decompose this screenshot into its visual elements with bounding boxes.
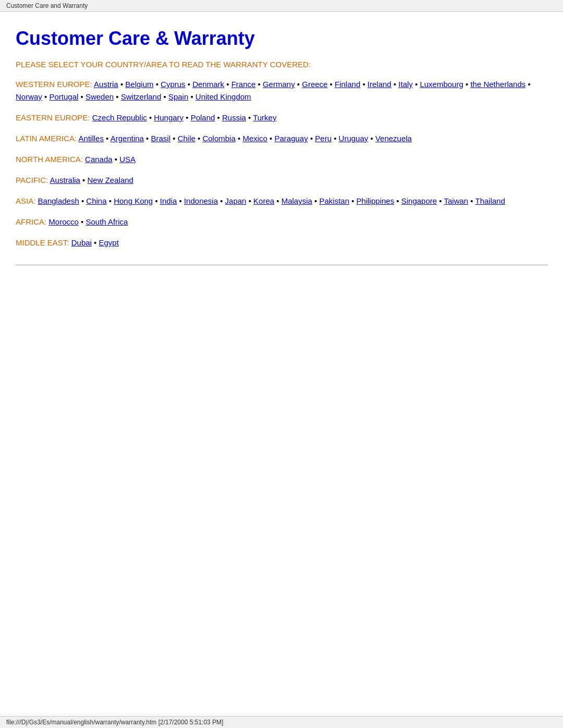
country-link-bangladesh[interactable]: Bangladesh: [38, 196, 79, 205]
instruction-text: PLEASE SELECT YOUR COUNTRY/AREA TO READ …: [16, 60, 547, 69]
country-link-united-kingdom[interactable]: United Kingdom: [195, 92, 251, 101]
country-link-brasil[interactable]: Brasil: [151, 134, 171, 143]
country-link-luxembourg[interactable]: Luxembourg: [420, 80, 463, 89]
country-link-mexico[interactable]: Mexico: [242, 134, 267, 143]
country-link-ireland[interactable]: Ireland: [368, 80, 391, 89]
country-link-spain[interactable]: Spain: [168, 92, 188, 101]
country-link-singapore[interactable]: Singapore: [401, 196, 437, 205]
main-content: Customer Care & Warranty PLEASE SELECT Y…: [0, 12, 563, 297]
browser-tab: Customer Care and Warranty: [0, 0, 563, 12]
country-link-turkey[interactable]: Turkey: [253, 113, 276, 122]
region-africa: AFRICA: Morocco • South Africa: [16, 216, 547, 228]
country-link-russia[interactable]: Russia: [222, 113, 246, 122]
region-asia: ASIA: Bangladesh • China • Hong Kong • I…: [16, 195, 547, 207]
country-link-denmark[interactable]: Denmark: [192, 80, 224, 89]
country-link-italy[interactable]: Italy: [398, 80, 413, 89]
region-label-western-europe: WESTERN EUROPE:: [16, 80, 94, 89]
region-pacific: PACIFIC: Australia • New Zealand: [16, 174, 547, 187]
country-link-south-africa[interactable]: South Africa: [85, 217, 128, 226]
country-link-usa[interactable]: USA: [119, 155, 136, 164]
country-link-korea[interactable]: Korea: [253, 196, 274, 205]
country-link-peru[interactable]: Peru: [315, 134, 332, 143]
country-link-venezuela[interactable]: Venezuela: [375, 134, 412, 143]
region-label-latin-america: LATIN AMERICA:: [16, 134, 79, 143]
region-middle-east: MIDDLE EAST: Dubai • Egypt: [16, 237, 547, 249]
country-link-france[interactable]: France: [231, 80, 256, 89]
regions-container: WESTERN EUROPE: Austria • Belgium • Cypr…: [16, 78, 547, 249]
country-link-argentina[interactable]: Argentina: [111, 134, 144, 143]
country-link-australia[interactable]: Australia: [50, 176, 80, 184]
region-western-europe: WESTERN EUROPE: Austria • Belgium • Cypr…: [16, 78, 547, 103]
country-link-norway[interactable]: Norway: [16, 92, 42, 101]
country-link-china[interactable]: China: [86, 196, 106, 205]
country-link-sweden[interactable]: Sweden: [85, 92, 114, 101]
country-link-new-zealand[interactable]: New Zealand: [88, 176, 133, 184]
country-link-indonesia[interactable]: Indonesia: [184, 196, 218, 205]
region-label-asia: ASIA:: [16, 196, 38, 205]
region-north-america: NORTH AMERICA: Canada • USA: [16, 153, 547, 166]
country-link-czech-republic[interactable]: Czech Republic: [92, 113, 147, 122]
country-link-switzerland[interactable]: Switzerland: [121, 92, 162, 101]
region-eastern-europe: EASTERN EUROPE: Czech Republic • Hungary…: [16, 112, 547, 124]
region-label-pacific: PACIFIC:: [16, 176, 50, 184]
region-label-africa: AFRICA:: [16, 217, 48, 226]
country-link-thailand[interactable]: Thailand: [475, 196, 506, 205]
country-link-egypt[interactable]: Egypt: [99, 238, 119, 247]
country-link-antilles[interactable]: Antilles: [79, 134, 104, 143]
country-link-uruguay[interactable]: Uruguay: [339, 134, 369, 143]
region-label-middle-east: MIDDLE EAST:: [16, 238, 71, 247]
country-link-portugal[interactable]: Portugal: [49, 92, 78, 101]
country-link-canada[interactable]: Canada: [85, 155, 113, 164]
country-link-poland[interactable]: Poland: [191, 113, 215, 122]
country-link-finland[interactable]: Finland: [335, 80, 360, 89]
country-link-germany[interactable]: Germany: [263, 80, 295, 89]
country-link-hong-kong[interactable]: Hong Kong: [114, 196, 153, 205]
country-link-paraguay[interactable]: Paraguay: [275, 134, 308, 143]
country-link-greece[interactable]: Greece: [302, 80, 327, 89]
region-label-north-america: NORTH AMERICA:: [16, 155, 85, 164]
country-link-the-netherlands[interactable]: the Netherlands: [470, 80, 525, 89]
country-link-colombia[interactable]: Colombia: [202, 134, 235, 143]
country-link-pakistan[interactable]: Pakistan: [319, 196, 349, 205]
country-link-taiwan[interactable]: Taiwan: [444, 196, 468, 205]
country-link-chile[interactable]: Chile: [178, 134, 195, 143]
page-heading: Customer Care & Warranty: [16, 28, 547, 50]
country-link-india[interactable]: India: [160, 196, 177, 205]
country-link-morocco[interactable]: Morocco: [48, 217, 79, 226]
country-link-cyprus[interactable]: Cyprus: [161, 80, 186, 89]
country-link-japan[interactable]: Japan: [225, 196, 247, 205]
country-link-hungary[interactable]: Hungary: [154, 113, 183, 122]
country-link-austria[interactable]: Austria: [94, 80, 118, 89]
browser-tab-title: Customer Care and Warranty: [6, 2, 88, 9]
country-link-malaysia[interactable]: Malaysia: [282, 196, 312, 205]
country-link-philippines[interactable]: Philippines: [357, 196, 395, 205]
country-link-belgium[interactable]: Belgium: [125, 80, 153, 89]
region-latin-america: LATIN AMERICA: Antilles • Argentina • Br…: [16, 132, 547, 145]
separator: [16, 265, 547, 265]
country-link-dubai[interactable]: Dubai: [71, 238, 92, 247]
region-label-eastern-europe: EASTERN EUROPE:: [16, 113, 92, 122]
